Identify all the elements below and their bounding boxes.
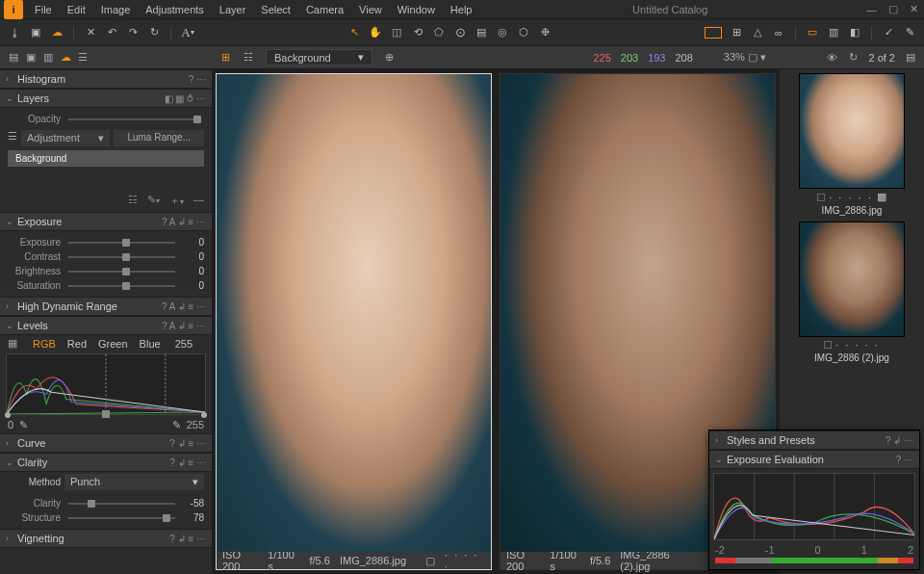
window-title: Untitled Catalog (479, 4, 860, 15)
channel-red[interactable]: Red (67, 338, 87, 350)
brush-icon[interactable]: ⬡ (517, 26, 530, 39)
grid-icon[interactable]: ⊞ (730, 26, 743, 39)
layers-header[interactable]: ⌄Layers ◧ ▦ ⥀ ⋯ (0, 89, 212, 108)
heal-icon[interactable]: ❉ (538, 26, 552, 39)
histogram-header[interactable]: ›Histogram ? ⋯ (0, 69, 212, 89)
clarity-method-dropdown[interactable]: Punch▾ (64, 474, 204, 490)
menu-file[interactable]: File (27, 4, 60, 15)
curve-header[interactable]: ›Curve ? ↲ ≡ ⋯ (0, 433, 212, 453)
menu-help[interactable]: Help (443, 4, 480, 15)
hand-icon[interactable]: ✋ (369, 26, 382, 39)
crop-icon[interactable]: ◫ (390, 26, 403, 39)
menu-select[interactable]: Select (253, 4, 298, 15)
brightness-slider[interactable] (68, 271, 175, 273)
window-maximize[interactable]: ▢ (883, 3, 904, 15)
channel-blue[interactable]: Blue (140, 338, 161, 350)
add-icon[interactable]: ⊕ (384, 52, 396, 64)
menu-adjustments[interactable]: Adjustments (138, 4, 212, 15)
structure-slider[interactable] (68, 517, 175, 519)
adjustment-dropdown[interactable]: Adjustment▾ (21, 130, 110, 146)
vb-shutter: 1/100 s (268, 549, 299, 572)
main-toolbar: ⭳ ▣ ☁ ✕ ↶ ↷ ↻ A▾ ↖ ✋ ◫ ⟲ ⬠ ⊙ ▤ ◎ ⬡ ❉ ⊞ △… (0, 19, 924, 46)
luma-range-button[interactable]: Luma Range... (114, 130, 204, 146)
vb-filename: IMG_2886.jpg (340, 555, 406, 566)
menu-camera[interactable]: Camera (298, 4, 351, 15)
close-x-icon[interactable]: ✕ (84, 26, 97, 39)
view-grid-icon[interactable]: ⊞ (219, 52, 231, 64)
vb-tag-icon[interactable]: ▢ (425, 555, 435, 567)
highlight-warning-icon[interactable] (705, 27, 722, 39)
exposure-header[interactable]: ⌄Exposure ? A ↲ ≡ ⋯ (0, 212, 212, 231)
multi-view-icon[interactable]: ▥ (827, 26, 840, 39)
spot-icon[interactable]: ⊙ (453, 26, 467, 39)
exposure-slider[interactable] (68, 242, 175, 244)
tag-icon[interactable]: ✓ (882, 26, 895, 39)
keystone-icon[interactable]: ⬠ (432, 26, 446, 39)
text-tool-icon[interactable]: A▾ (181, 26, 194, 39)
exposure-eval-header[interactable]: ⌄Exposure Evaluation ? ⋯ (709, 450, 919, 469)
levels-histogram[interactable] (6, 353, 206, 415)
vb-aperture: f/5.6 (310, 555, 330, 566)
tool-menu-icon[interactable]: ☷ (128, 194, 138, 208)
library-tab-icon[interactable]: ▤ (8, 52, 19, 64)
single-view-icon[interactable]: ▭ (806, 26, 819, 39)
layer-selector[interactable]: Background▾ (266, 49, 372, 65)
canvas-left[interactable] (217, 74, 491, 552)
browser-counter: 2 of 2 (868, 52, 895, 64)
cloud-icon[interactable]: ☁ (50, 26, 64, 39)
menu-image[interactable]: Image (93, 4, 139, 15)
adjust-tab-icon[interactable]: ☁ (60, 52, 71, 64)
thumbnail-2[interactable]: · · · · · IMG_2886 (2).jpg (783, 222, 920, 363)
filter-tab-icon[interactable]: ▥ (42, 52, 54, 64)
before-after-icon[interactable]: ◧ (848, 26, 861, 39)
rotate-icon[interactable]: ⟲ (411, 26, 424, 39)
opacity-slider[interactable] (68, 118, 200, 120)
levels-header[interactable]: ⌄Levels ? A ↲ ≡ ⋯ (0, 316, 212, 335)
metadata-tab-icon[interactable]: ☰ (77, 52, 89, 64)
focus-mask-icon[interactable]: ∞ (772, 26, 785, 39)
clarity-slider[interactable] (68, 503, 175, 505)
tool-brush-icon[interactable]: ✎▾ (147, 194, 160, 208)
menu-window[interactable]: Window (390, 4, 443, 15)
menu-view[interactable]: View (351, 4, 390, 15)
saturation-slider[interactable] (68, 285, 175, 287)
tools-panel: ›Histogram ? ⋯ ⌄Layers ◧ ▦ ⥀ ⋯ Opacity ☰… (0, 69, 212, 574)
window-close[interactable]: ✕ (904, 3, 924, 15)
reset-icon[interactable]: ↻ (147, 26, 161, 39)
contrast-slider[interactable] (68, 256, 175, 258)
tool-remove-icon[interactable]: — (193, 194, 204, 208)
thumbnail-1[interactable]: · · · · ·▩ IMG_2886.jpg (783, 73, 920, 216)
vignetting-header[interactable]: ›Vignetting ? ↲ ≡ ⋯ (0, 529, 212, 548)
hdr-header[interactable]: ›High Dynamic Range ? A ↲ ≡ ⋯ (0, 297, 212, 316)
channel-rgb[interactable]: RGB (33, 338, 56, 350)
vb-rating[interactable]: · · · · · (445, 549, 485, 572)
viewer-area: ISO 200 1/100 s f/5.6 IMG_2886.jpg ▢ · ·… (212, 69, 780, 574)
menu-edit[interactable]: Edit (60, 4, 93, 15)
menu-layer[interactable]: Layer (212, 4, 254, 15)
channel-green[interactable]: Green (98, 338, 128, 350)
clarity-header[interactable]: ⌄Clarity ? ↲ ≡ ⋯ (0, 453, 212, 472)
workspace-bar: ▤ ▣ ▥ ☁ ☰ ⊞ ☷ Background▾ ⊕ 225 203 193 … (0, 46, 924, 69)
eye-icon[interactable]: 👁 (826, 52, 837, 64)
zoom-value[interactable]: 33% ▢ ▾ (724, 51, 766, 64)
styles-header[interactable]: ›Styles and Presets ? ↲ ⋯ (709, 430, 919, 450)
gradient-icon[interactable]: ▤ (475, 26, 488, 39)
window-minimize[interactable]: — (860, 4, 883, 15)
folder-tab-icon[interactable]: ▣ (25, 52, 37, 64)
vb-iso: ISO 200 (222, 549, 258, 572)
warning-icon[interactable]: △ (751, 26, 764, 39)
radial-icon[interactable]: ◎ (496, 26, 509, 39)
camera-icon[interactable]: ▣ (29, 26, 42, 39)
cursor-icon[interactable]: ↖ (347, 26, 361, 39)
import-icon[interactable]: ⭳ (8, 26, 21, 39)
eyedropper-icon[interactable]: ✎ (903, 26, 916, 39)
viewer-left[interactable]: ISO 200 1/100 s f/5.6 IMG_2886.jpg ▢ · ·… (216, 73, 492, 570)
tool-add-icon[interactable]: ＋▾ (169, 194, 184, 208)
redo-icon[interactable]: ↷ (126, 26, 140, 39)
undo-icon[interactable]: ↶ (105, 26, 118, 39)
more-icon[interactable]: ▤ (905, 52, 916, 64)
view-list-icon[interactable]: ☷ (243, 52, 254, 64)
layer-background[interactable]: Background (8, 150, 204, 167)
exposure-eval-histogram (713, 473, 915, 540)
sync-icon[interactable]: ↻ (847, 52, 859, 64)
